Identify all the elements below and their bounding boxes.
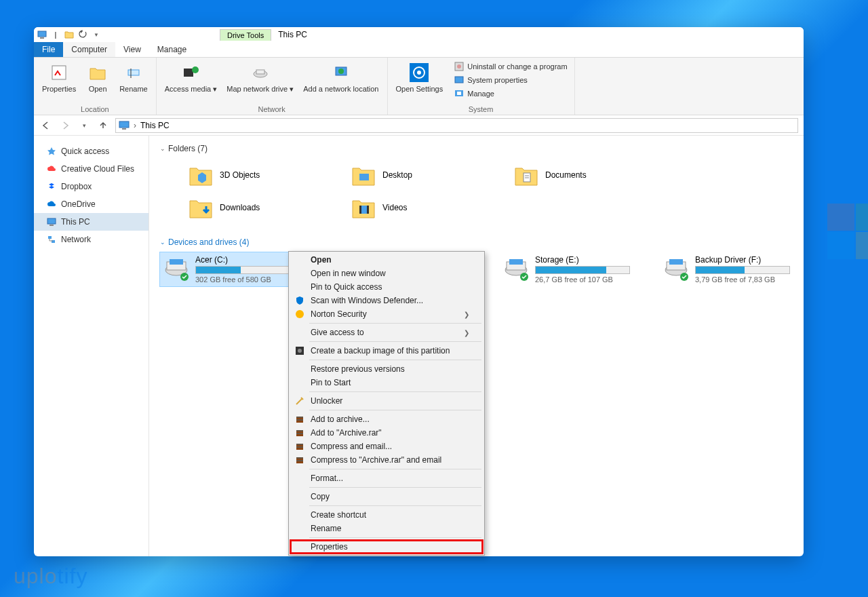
cm-add-archive-rar[interactable]: Add to "Archive.rar" bbox=[290, 426, 483, 440]
separator bbox=[309, 537, 481, 538]
cm-unlocker[interactable]: Unlocker bbox=[290, 394, 483, 408]
nav-recent-icon[interactable]: ▾ bbox=[77, 119, 91, 132]
system-properties-button[interactable]: System properties bbox=[452, 74, 568, 86]
folder-3d-objects[interactable]: 3D Objects bbox=[187, 159, 309, 191]
breadcrumb-this-pc[interactable]: This PC bbox=[140, 121, 170, 130]
group-label-system: System bbox=[393, 104, 569, 113]
separator bbox=[309, 323, 481, 324]
ribbon-group-network: Access media ▾ Map network drive ▾ Add a… bbox=[157, 58, 388, 115]
sidebar-item-quick-access[interactable]: Quick access bbox=[34, 142, 149, 160]
devices-header[interactable]: ⌄Devices and drives (4) bbox=[160, 237, 793, 247]
cm-pin-start[interactable]: Pin to Start bbox=[290, 376, 483, 389]
svg-point-6 bbox=[192, 66, 199, 73]
svg-rect-38 bbox=[509, 259, 523, 265]
svg-rect-30 bbox=[359, 206, 361, 214]
drive-f[interactable]: Backup Driver (F:) 3,79 GB free of 7,83 … bbox=[660, 252, 793, 286]
folder-downloads[interactable]: Downloads bbox=[187, 191, 309, 224]
shield-icon bbox=[294, 295, 305, 306]
cm-open-new-window[interactable]: Open in new window bbox=[290, 267, 483, 280]
sidebar-item-this-pc[interactable]: This PC bbox=[34, 213, 149, 231]
svg-point-13 bbox=[417, 71, 421, 75]
rename-button[interactable]: Rename bbox=[117, 60, 151, 94]
map-network-drive-button[interactable]: Map network drive ▾ bbox=[224, 60, 296, 94]
ribbon: Properties Open Rename Location Access m… bbox=[34, 58, 804, 115]
drive-tools-contextual-tab[interactable]: Drive Tools bbox=[220, 29, 271, 41]
cm-add-archive[interactable]: Add to archive... bbox=[290, 412, 483, 426]
winrar-icon bbox=[294, 414, 305, 425]
cm-give-access[interactable]: Give access to❯ bbox=[290, 326, 483, 339]
cm-pin-quick-access[interactable]: Pin to Quick access bbox=[290, 280, 483, 294]
svg-rect-52 bbox=[296, 433, 303, 434]
sidebar-item-network[interactable]: Network bbox=[34, 231, 149, 248]
svg-point-46 bbox=[298, 349, 302, 353]
open-button[interactable]: Open bbox=[83, 60, 113, 94]
svg-rect-8 bbox=[256, 70, 264, 74]
uninstall-program-button[interactable]: Uninstall or change a program bbox=[452, 60, 568, 73]
folder-videos[interactable]: Videos bbox=[350, 191, 472, 224]
navigation-pane: Quick access Creative Cloud Files Dropbo… bbox=[34, 136, 149, 556]
cm-backup-image[interactable]: Create a backup image of this partition bbox=[290, 344, 483, 358]
svg-rect-5 bbox=[184, 69, 193, 77]
cm-rename[interactable]: Rename bbox=[290, 522, 483, 535]
drive-name: Acer (C:) bbox=[195, 255, 290, 265]
cm-properties[interactable]: Properties bbox=[290, 540, 483, 554]
folder-icon bbox=[187, 161, 214, 189]
folder-desktop[interactable]: Desktop bbox=[350, 159, 472, 191]
svg-rect-20 bbox=[122, 128, 126, 130]
tab-manage[interactable]: Manage bbox=[149, 42, 195, 57]
folder-icon[interactable] bbox=[64, 29, 75, 40]
svg-point-10 bbox=[338, 69, 344, 74]
cm-restore-versions[interactable]: Restore previous versions bbox=[290, 362, 483, 376]
address-input[interactable]: › This PC bbox=[115, 118, 798, 133]
title-bar: | ▼ Drive Tools This PC bbox=[34, 27, 804, 42]
group-label-network: Network bbox=[162, 104, 382, 113]
svg-rect-51 bbox=[296, 430, 303, 431]
dropbox-icon bbox=[46, 181, 57, 192]
folders-header[interactable]: ⌄Folders (7) bbox=[160, 144, 793, 153]
cm-copy[interactable]: Copy bbox=[290, 490, 483, 503]
manage-button[interactable]: Manage bbox=[452, 88, 568, 100]
folder-icon bbox=[350, 161, 377, 189]
cm-create-shortcut[interactable]: Create shortcut bbox=[290, 508, 483, 522]
drive-e[interactable]: Storage (E:) 26,7 GB free of 107 GB bbox=[500, 252, 633, 286]
chevron-right-icon: ❯ bbox=[464, 311, 469, 318]
dropdown-icon[interactable]: ▼ bbox=[91, 29, 102, 40]
nav-back-icon[interactable] bbox=[39, 119, 53, 132]
cm-scan-defender[interactable]: Scan with Windows Defender... bbox=[290, 294, 483, 307]
drive-c[interactable]: Acer (C:) 302 GB free of 580 GB bbox=[160, 252, 293, 286]
cm-format[interactable]: Format... bbox=[290, 471, 483, 485]
cm-compress-rar-email[interactable]: Compress to "Archive.rar" and email bbox=[290, 453, 483, 467]
folder-documents[interactable]: Documents bbox=[513, 159, 635, 191]
tab-view[interactable]: View bbox=[115, 42, 149, 57]
context-menu: Open Open in new window Pin to Quick acc… bbox=[288, 251, 485, 556]
chevron-down-icon: ⌄ bbox=[160, 145, 165, 152]
sidebar-item-onedrive[interactable]: OneDrive bbox=[34, 195, 149, 213]
add-network-location-button[interactable]: Add a network location bbox=[300, 60, 381, 94]
drive-usage-bar bbox=[195, 266, 290, 274]
svg-rect-48 bbox=[296, 417, 303, 418]
svg-rect-0 bbox=[38, 31, 46, 37]
access-media-button[interactable]: Access media ▾ bbox=[162, 60, 220, 94]
separator bbox=[309, 360, 481, 360]
separator bbox=[309, 341, 481, 342]
desktop-windows-logo bbox=[827, 204, 868, 421]
drive-usage-bar bbox=[695, 266, 790, 274]
separator bbox=[309, 410, 481, 410]
cm-compress-email[interactable]: Compress and email... bbox=[290, 440, 483, 453]
group-label-location: Location bbox=[39, 104, 151, 113]
tab-computer[interactable]: Computer bbox=[63, 42, 115, 57]
tab-file[interactable]: File bbox=[34, 42, 63, 57]
sidebar-item-creative-cloud[interactable]: Creative Cloud Files bbox=[34, 160, 149, 178]
svg-rect-16 bbox=[455, 77, 463, 83]
nav-up-icon[interactable] bbox=[96, 119, 110, 132]
svg-rect-18 bbox=[457, 92, 461, 95]
sidebar-item-dropbox[interactable]: Dropbox bbox=[34, 178, 149, 195]
svg-rect-22 bbox=[50, 225, 54, 226]
svg-rect-25 bbox=[359, 174, 369, 180]
properties-button[interactable]: Properties bbox=[39, 60, 79, 94]
drive-name: Storage (E:) bbox=[535, 255, 630, 265]
open-settings-button[interactable]: Open Settings bbox=[393, 60, 446, 100]
cm-norton[interactable]: Norton Security❯ bbox=[290, 307, 483, 321]
cm-open[interactable]: Open bbox=[290, 253, 483, 267]
undo-icon[interactable] bbox=[77, 29, 88, 40]
